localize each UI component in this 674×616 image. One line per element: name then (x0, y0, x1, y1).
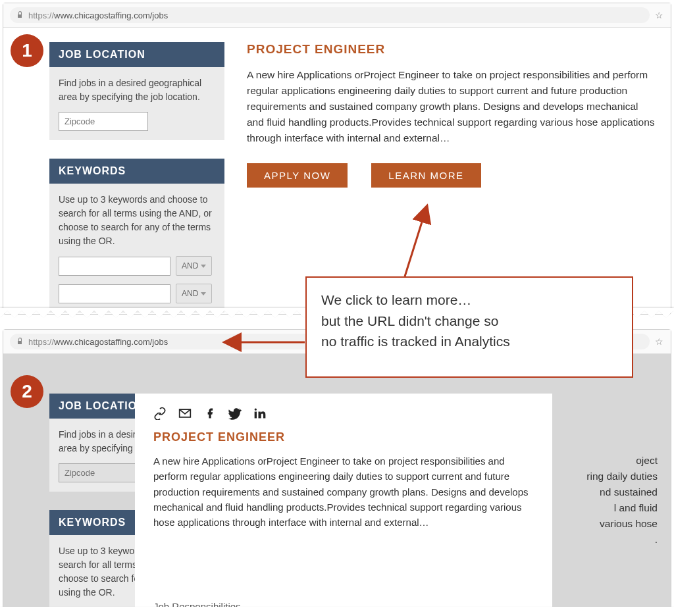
step-badge-1: 1 (11, 34, 43, 67)
facebook-icon[interactable] (203, 407, 217, 420)
main-content: PROJECT ENGINEER A new hire Applications… (247, 42, 656, 188)
apply-now-button[interactable]: APPLY NOW (247, 163, 348, 188)
twitter-icon[interactable] (228, 407, 242, 420)
link-icon[interactable] (153, 407, 167, 420)
job-title: PROJECT ENGINEER (247, 42, 656, 57)
modal-dimmer: JOB LOCATION Find jobs in a desired geog… (3, 354, 671, 611)
keywords-title: KEYWORDS (49, 159, 224, 184)
lock-icon (16, 11, 23, 19)
address-row: https://www.chicagostaffing.com/jobs ☆ (3, 3, 671, 28)
linkedin-icon[interactable] (253, 407, 267, 420)
keyword-operator-1[interactable]: AND (176, 256, 212, 276)
keyword-input-1[interactable] (59, 257, 170, 276)
job-location-desc: Find jobs in a desired geographical area… (59, 76, 215, 104)
url-scheme: https:// (28, 11, 54, 20)
social-row (153, 407, 534, 420)
callout-line-3: no traffic is tracked in Analytics (321, 331, 617, 352)
keyword-operator-2[interactable]: AND (176, 284, 212, 303)
chevron-down-icon (201, 292, 206, 295)
step-badge-2: 2 (11, 375, 43, 408)
callout-line-1: We click to learn more… (321, 290, 617, 311)
modal-job-title: PROJECT ENGINEER (153, 430, 534, 444)
url-rest-2: www.chicagostaffing.com/jobs (54, 337, 168, 347)
star-icon[interactable]: ☆ (655, 337, 664, 346)
address-bar[interactable]: https://www.chicagostaffing.com/jobs (10, 7, 650, 23)
browser-window-1: https://www.chicagostaffing.com/jobs ☆ J… (3, 3, 671, 315)
job-location-widget: JOB LOCATION Find jobs in a desired geog… (49, 42, 224, 140)
job-description: A new hire Applications orProject Engine… (247, 67, 656, 146)
url-rest: www.chicagostaffing.com/jobs (54, 11, 168, 20)
job-detail-modal: PROJECT ENGINEER A new hire Applications… (135, 394, 552, 616)
keywords-widget: KEYWORDS Use up to 3 keywords and choose… (49, 159, 224, 313)
annotation-callout: We click to learn more… but the URL didn… (305, 276, 633, 378)
job-location-title: JOB LOCATION (49, 42, 224, 67)
learn-more-button[interactable]: LEARN MORE (371, 163, 480, 188)
sidebar: JOB LOCATION Find jobs in a desired geog… (49, 42, 224, 331)
lock-icon (16, 338, 23, 346)
star-icon[interactable]: ☆ (655, 11, 664, 20)
email-icon[interactable] (178, 407, 192, 420)
page-content: JOB LOCATION Find jobs in a desired geog… (3, 28, 671, 202)
url-scheme-2: https:// (28, 337, 54, 347)
keywords-desc: Use up to 3 keywords and choose to searc… (59, 193, 215, 248)
keyword-input-2[interactable] (59, 284, 170, 303)
callout-line-2: but the URL didn't change so (321, 311, 617, 332)
torn-edge-bottom (0, 607, 674, 616)
modal-job-description: A new hire Applications orProject Engine… (153, 453, 534, 530)
chevron-down-icon (201, 265, 206, 268)
zipcode-input[interactable] (59, 112, 148, 131)
